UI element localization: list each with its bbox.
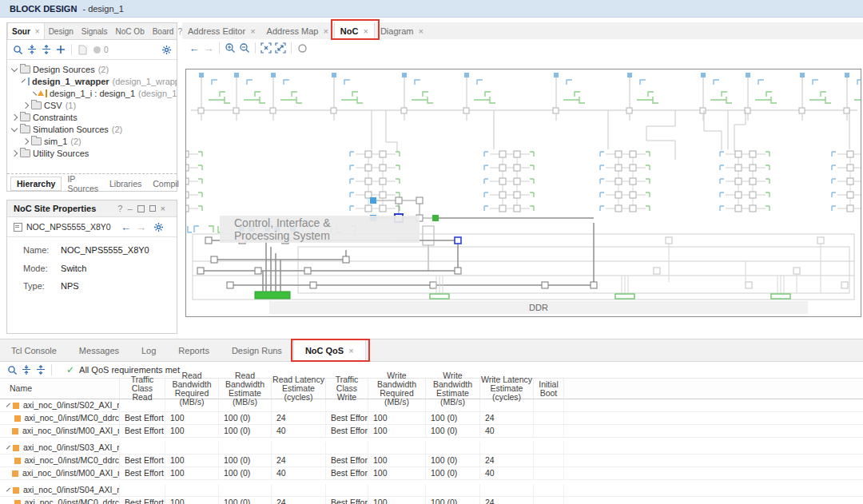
tree-item-design-1-i[interactable]: design_1_i : design_1(design_1.bd) (1) — [7, 87, 177, 99]
expander-icon[interactable] — [11, 125, 18, 131]
zoom-in-icon[interactable] — [223, 41, 237, 55]
close-icon[interactable]: × — [35, 27, 40, 36]
qos-cell — [534, 442, 564, 454]
tab-sources[interactable]: Sour × — [7, 23, 45, 39]
file-icon[interactable] — [75, 42, 89, 57]
back-icon[interactable]: ← — [121, 221, 131, 233]
qos-cell: 100 — [368, 467, 426, 479]
expander-icon[interactable] — [6, 403, 10, 407]
qos-column-header[interactable]: Read BandwidthEstimate (MB/s) — [219, 379, 272, 399]
forward-icon[interactable]: → — [136, 221, 146, 233]
minimize-icon[interactable]: – — [127, 204, 132, 213]
qos-column-header[interactable]: Write LatencyEstimate (cycles) — [480, 379, 534, 399]
qos-column-header[interactable]: Write BandwidthRequired (MB/s) — [368, 379, 426, 399]
qos-cell: Best Effort — [120, 497, 165, 504]
search-icon[interactable] — [5, 363, 19, 377]
qos-cell: 24 — [480, 497, 534, 504]
tab-signals[interactable]: Signals — [78, 23, 112, 39]
expander-icon[interactable] — [6, 487, 10, 491]
tree-item-sim-1[interactable]: sim_1(2) — [7, 135, 177, 147]
tab-ip-sources[interactable]: IP Sources — [62, 173, 104, 195]
expand-all-icon[interactable] — [34, 363, 48, 377]
tree-item-simulation-sources[interactable]: Simulation Sources(2) — [7, 123, 177, 135]
qos-table-row[interactable]: axi_noc_0/inst/MC0_ddrcBest Effort100100… — [0, 412, 863, 425]
close-icon[interactable]: × — [323, 26, 328, 36]
expander-icon[interactable] — [22, 78, 26, 82]
tree-item-constraints[interactable]: Constraints — [7, 111, 177, 123]
close-icon[interactable]: × — [250, 26, 255, 36]
qos-table-row[interactable]: axi_noc_0/inst/S04_AXI_nmu — [0, 484, 863, 497]
qos-column-header[interactable]: Traffic ClassWrite — [326, 379, 368, 399]
tab-messages[interactable]: Messages — [68, 339, 130, 361]
tree-item-utility-sources[interactable]: Utility Sources — [7, 147, 177, 159]
tree-item-csv[interactable]: CSV(1) — [7, 99, 177, 111]
close-icon[interactable]: × — [418, 26, 423, 36]
tab-noc-ob[interactable]: NoC Ob — [112, 23, 149, 39]
folder-icon — [20, 125, 30, 133]
tab-noc-qos[interactable]: NoC QoS × — [293, 339, 366, 361]
collapse-all-icon[interactable] — [25, 42, 39, 57]
expander-icon[interactable] — [11, 65, 18, 71]
search-icon[interactable] — [10, 42, 25, 57]
qos-column-header[interactable]: Name — [0, 379, 120, 399]
back-icon[interactable]: ← — [187, 41, 201, 55]
expander-icon[interactable] — [22, 137, 29, 144]
qos-column-header[interactable]: Write BandwidthEstimate (MB/s) — [426, 379, 480, 399]
property-mode: Mode: Switch — [23, 264, 86, 273]
status-circle-icon[interactable] — [89, 42, 104, 57]
float-icon[interactable] — [149, 205, 156, 212]
gear-icon[interactable] — [159, 42, 173, 57]
qos-column-header[interactable]: Read LatencyEstimate (cycles) — [272, 379, 326, 399]
forward-icon[interactable]: → — [201, 41, 216, 55]
tab-noc[interactable]: NoC× — [334, 22, 375, 39]
tab-compile[interactable]: Compil — [147, 177, 185, 190]
noc-endpoint-icon — [12, 470, 18, 477]
expand-all-icon[interactable] — [39, 42, 54, 57]
help-icon[interactable]: ? — [117, 204, 122, 213]
expander-icon[interactable] — [11, 113, 18, 120]
qos-table-row[interactable]: axi_noc_0/inst/MC0_ddrcBest Effort100100… — [0, 497, 863, 504]
expander-icon[interactable] — [6, 445, 10, 449]
close-icon[interactable]: × — [363, 26, 368, 36]
qos-table-row[interactable]: axi_noc_0/inst/M00_AXI_nsuBest Effort100… — [0, 467, 863, 480]
qos-cell — [272, 442, 326, 454]
close-icon[interactable]: × — [161, 204, 165, 213]
expander-icon[interactable] — [33, 91, 37, 95]
expander-icon[interactable] — [11, 149, 18, 156]
tab-address-map[interactable]: Address Map× — [261, 22, 334, 39]
qos-table-row[interactable]: axi_noc_0/inst/S02_AXI_nmu — [0, 399, 863, 412]
tab-board[interactable]: Board — [149, 23, 178, 39]
zoom-fit-icon[interactable] — [259, 41, 273, 55]
noc-canvas[interactable]: Control, Interface & Processing System D… — [185, 69, 861, 317]
tab-address-editor[interactable]: Address Editor× — [182, 22, 261, 39]
zoom-selection-icon[interactable] — [273, 41, 288, 55]
tab-tcl-console[interactable]: Tcl Console — [0, 339, 68, 361]
row-name: axi_noc_0/inst/MC0_ddrc — [25, 454, 119, 466]
qos-cell: Best Effort — [326, 425, 368, 437]
tab-design-runs[interactable]: Design Runs — [221, 339, 293, 361]
add-sources-icon[interactable] — [54, 42, 68, 57]
tab-log[interactable]: Log — [130, 339, 167, 361]
tab-diagram[interactable]: Diagram× — [375, 22, 429, 39]
maximize-icon[interactable] — [137, 205, 145, 212]
tab-hierarchy[interactable]: Hierarchy — [10, 177, 62, 191]
autofit-icon[interactable] — [295, 41, 309, 55]
qos-table-row[interactable]: axi_noc_0/inst/M00_AXI_nsuBest Effort100… — [0, 425, 863, 438]
qos-column-header[interactable]: Read BandwidthRequired (MB/s) — [165, 379, 219, 399]
expander-icon[interactable] — [22, 101, 29, 108]
tab-design[interactable]: Design — [45, 23, 78, 39]
collapse-all-icon[interactable] — [19, 363, 34, 377]
qos-column-header[interactable]: InitialBoot — [534, 379, 564, 399]
zoom-out-icon[interactable] — [237, 41, 252, 55]
close-icon[interactable]: × — [348, 346, 353, 355]
tree-item-design-sources[interactable]: Design Sources(2) — [7, 63, 177, 75]
qos-column-header[interactable]: Traffic ClassRead — [120, 379, 165, 399]
tab-reports[interactable]: Reports — [167, 339, 221, 361]
tree-item-design-1-wrapper[interactable]: design_1_wrapper(design_1_wrapper.v) (1) — [7, 75, 177, 87]
qos-table-row[interactable]: axi_noc_0/inst/S03_AXI_nmu — [0, 442, 863, 454]
qos-table-row[interactable]: axi_noc_0/inst/MC0_ddrcBest Effort100100… — [0, 454, 863, 467]
gear-icon[interactable] — [151, 220, 165, 234]
tab-libraries[interactable]: Libraries — [104, 177, 147, 190]
panel-window-controls: ? – × — [117, 204, 170, 213]
qos-cell: 100 (0) — [426, 497, 480, 504]
